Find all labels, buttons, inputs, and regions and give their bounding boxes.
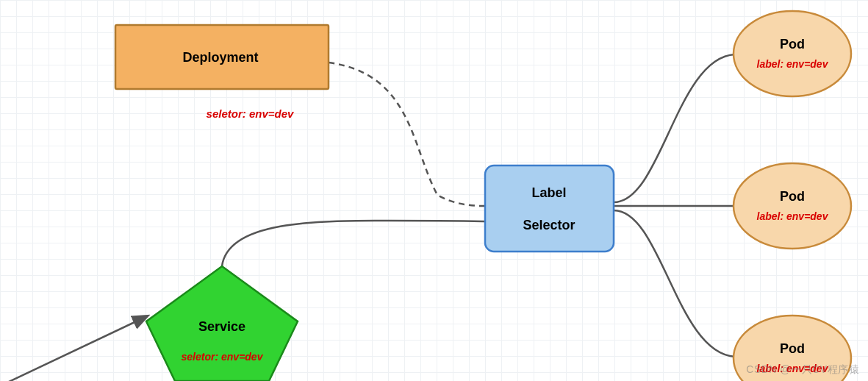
pod-title-1: Pod	[780, 37, 805, 51]
label-selector-line1: Label	[531, 185, 566, 200]
pod-title-3: Pod	[780, 341, 805, 356]
label-selector-node: Label Selector	[485, 165, 614, 252]
watermark-text: CSDN @一只CV程序猿	[746, 363, 859, 377]
deployment-label: Deployment	[182, 50, 258, 65]
service-label: Service	[198, 319, 245, 334]
label-selector-line2: Selector	[523, 218, 575, 232]
pod-label-2: label: env=dev	[757, 210, 829, 222]
edge-selector-to-pod-1	[614, 54, 735, 202]
pod-title-2: Pod	[780, 189, 805, 204]
deployment-selector-text: seletor: env=dev	[207, 107, 295, 120]
pod-label-1: label: env=dev	[757, 58, 829, 70]
edge-arrow-to-service	[7, 316, 147, 381]
service-node: Service seletor: env=dev	[146, 266, 298, 381]
edge-selector-to-pod-3	[614, 210, 735, 357]
label-selector-rect	[485, 165, 614, 252]
edge-deployment-to-selector	[329, 63, 485, 206]
pod-node-1: Pod label: env=dev	[734, 11, 851, 96]
deployment-node: Deployment	[115, 25, 329, 89]
pod-node-2: Pod label: env=dev	[734, 163, 851, 249]
service-selector-text: seletor: env=dev	[182, 351, 264, 363]
